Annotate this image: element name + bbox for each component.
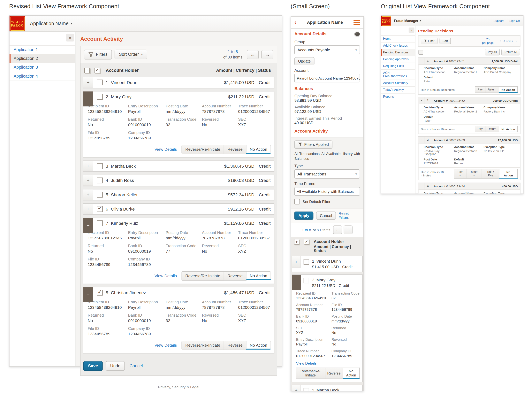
support-link[interactable]: Support (493, 19, 504, 22)
account-input[interactable]: Payroll Long Account Name 123456789 (294, 74, 360, 83)
printer-icon[interactable] (354, 31, 360, 37)
reverse-reinitiate-button[interactable]: Reverse/Re-Initiate (182, 145, 224, 154)
pager-prev-icon[interactable]: ‹ (500, 39, 501, 43)
cancel-button[interactable]: Cancel (316, 212, 336, 220)
row-checkbox[interactable] (97, 94, 103, 100)
select-all-icon[interactable]: ✓ (304, 239, 309, 245)
back-chevron-icon[interactable]: ‹ (294, 19, 297, 26)
pay-button[interactable]: Pay (475, 87, 485, 93)
cancel-link[interactable]: Cancel (130, 363, 143, 368)
set-default-checkbox[interactable] (294, 199, 300, 204)
reverse-reinitiate-button[interactable]: Reverse/Re-Initiate (182, 271, 224, 280)
collapse-row-button[interactable]: − (292, 275, 301, 290)
sidebar-item-pending-decisions[interactable]: Pending Decisions (381, 49, 415, 56)
sidebar-item-pending-approvals[interactable]: Pending Approvals (381, 56, 415, 63)
privacy-legal-link[interactable]: Privacy, Security & Legal (80, 385, 277, 389)
no-action-button[interactable]: No Action (343, 368, 360, 379)
sidebar-collapse-icon[interactable]: « (66, 34, 74, 41)
collapse-row-button[interactable]: − (83, 218, 93, 233)
reverse-button[interactable]: Reverse (224, 271, 246, 280)
collapse-row-button[interactable]: − (418, 58, 425, 64)
sign-off-link[interactable]: Sign Off (509, 19, 520, 22)
row-checkbox[interactable] (304, 388, 309, 391)
expand-row-button[interactable]: + (83, 175, 93, 186)
view-details-link[interactable]: View Details (154, 274, 177, 278)
pagination-range[interactable]: 1 to 8 (223, 49, 242, 55)
no-action-button[interactable]: No Action (246, 145, 271, 154)
next-page-button[interactable]: → (261, 50, 273, 59)
sidebar-item-application-3[interactable]: Application 3 (10, 63, 75, 72)
prev-page-button[interactable]: ← (247, 50, 259, 59)
expand-row-button[interactable]: + (83, 203, 93, 214)
update-button[interactable]: Update (294, 57, 315, 65)
return-dropdown-button[interactable]: Return ▾ (466, 169, 482, 179)
expand-row-button[interactable]: + (83, 77, 93, 88)
type-select[interactable]: All Transactions ▾ (294, 169, 360, 179)
view-details-link[interactable]: View Details (154, 343, 177, 347)
hamburger-menu-icon[interactable] (353, 20, 360, 25)
reverse-button[interactable]: Reverse (224, 145, 246, 154)
sidebar-collapse-icon[interactable]: « (409, 27, 414, 33)
row-checkbox[interactable] (97, 192, 103, 197)
pagination-range[interactable]: 1 to 8 (302, 228, 311, 232)
sidebar-item-requiring-edits[interactable]: Requiring Edits (381, 63, 415, 70)
reverse-button[interactable]: Reverse (325, 368, 343, 379)
sidebar-item-application-1[interactable]: Application 1 (10, 45, 75, 54)
expand-row-button[interactable]: + (83, 161, 93, 171)
timeframe-input[interactable]: All Available History with Balances (294, 187, 360, 196)
row-checkbox[interactable] (97, 79, 103, 85)
sidebar-item-ach-preauthorizations[interactable]: ACH Preauthorizations (381, 70, 415, 80)
next-page-button[interactable]: → (344, 226, 353, 234)
sort-button[interactable]: Sort (440, 38, 451, 44)
row-checkbox[interactable] (97, 177, 103, 183)
sidebar-item-reports[interactable]: Reports (381, 93, 415, 100)
filters-applied-button[interactable]: Filters Applied (294, 140, 333, 149)
app-name-menu[interactable]: Application Name ▾ (30, 21, 72, 26)
row-checkbox-checked[interactable]: ✓ (97, 290, 103, 295)
pager-next-icon[interactable]: › (516, 39, 517, 43)
row-checkbox[interactable] (304, 259, 309, 265)
sidebar-item-todays-activity[interactable]: Today's Activity (381, 87, 415, 93)
sidebar-item-add-check-issues[interactable]: Add Check Issues (381, 42, 415, 49)
no-action-button[interactable]: No Action (499, 87, 517, 93)
app-name-menu[interactable]: Fraud Manager ▾ (394, 19, 421, 23)
return-button[interactable]: Return (485, 126, 499, 132)
no-action-button[interactable]: No Action (246, 341, 271, 350)
sidebar-item-home[interactable]: Home (381, 35, 415, 42)
sort-order-button[interactable]: Sort Order ▾ (115, 50, 147, 59)
expand-row-button[interactable]: + (83, 189, 93, 200)
return-button[interactable]: Return (485, 87, 499, 93)
collapse-row-button[interactable]: − (418, 137, 425, 143)
sidebar-item-application-2[interactable]: Application 2 (10, 54, 75, 63)
view-details-link[interactable]: View Details (296, 361, 317, 365)
pay-button[interactable]: Pay (475, 126, 485, 132)
per-page-control[interactable]: 25 per page (482, 37, 494, 45)
filters-button[interactable]: Filters (84, 50, 112, 59)
reset-filters-link[interactable]: Reset Filters (338, 212, 360, 220)
reverse-button[interactable]: Reverse (224, 341, 246, 350)
pay-dropdown-button[interactable]: Pay ▾ (454, 169, 466, 179)
apply-button[interactable]: Apply (294, 212, 313, 220)
reverse-reinitiate-button[interactable]: Reverse/Re-Initiate (296, 368, 325, 379)
undo-button[interactable]: Undo (106, 361, 125, 371)
collapse-row-button[interactable]: − (418, 97, 425, 104)
sidebar-item-account-summary[interactable]: Account Summary (381, 80, 415, 87)
no-action-button[interactable]: No Action (499, 169, 518, 179)
expand-row-button[interactable]: + (292, 256, 301, 268)
no-action-button[interactable]: No Action (499, 126, 517, 132)
expand-all-icon[interactable]: + (294, 239, 299, 245)
sidebar-item-application-4[interactable]: Application 4 (10, 72, 75, 81)
collapse-row-button[interactable]: − (83, 91, 93, 106)
edit-pay-button[interactable]: Edit / Pay (482, 169, 499, 179)
select-all-icon[interactable]: ✓ (95, 67, 100, 73)
pay-all-button[interactable]: Pay All (485, 49, 500, 56)
view-details-link[interactable]: View Details (154, 147, 177, 152)
return-all-button[interactable]: Return All (501, 49, 520, 56)
row-checkbox[interactable] (97, 220, 103, 226)
expand-row-button[interactable]: + (292, 385, 301, 391)
expand-all-icon[interactable]: + (84, 67, 90, 73)
collapse-row-button[interactable]: − (83, 287, 93, 302)
collapse-row-button[interactable]: − (418, 183, 425, 190)
reverse-reinitiate-button[interactable]: Reverse/Re-Initiate (182, 341, 224, 350)
filter-button[interactable]: Filter (421, 38, 437, 44)
